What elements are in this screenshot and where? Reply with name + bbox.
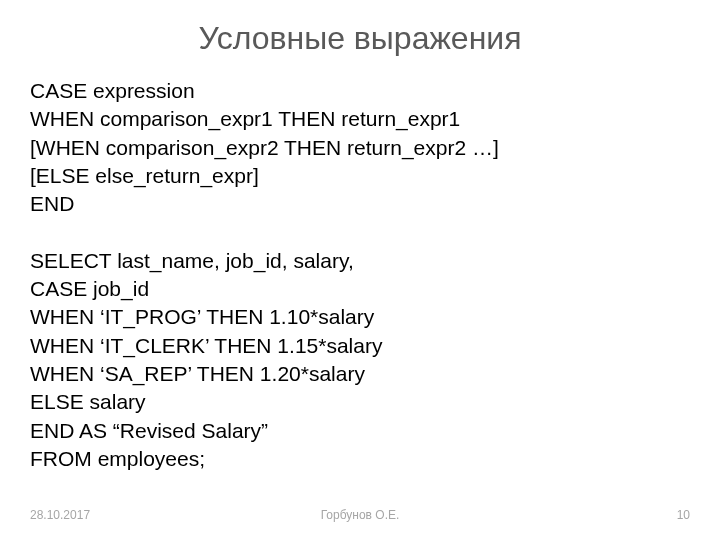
- example-line: WHEN ‘SA_REP’ THEN 1.20*salary: [30, 360, 690, 388]
- slide-footer: 28.10.2017 Горбунов О.Е. 10: [30, 508, 690, 522]
- footer-page-number: 10: [470, 508, 690, 522]
- slide-content: CASE expression WHEN comparison_expr1 TH…: [30, 77, 690, 473]
- footer-author: Горбунов О.Е.: [250, 508, 470, 522]
- syntax-line: END: [30, 190, 690, 218]
- example-line: SELECT last_name, job_id, salary,: [30, 247, 690, 275]
- example-line: FROM employees;: [30, 445, 690, 473]
- footer-date: 28.10.2017: [30, 508, 250, 522]
- syntax-line: [ELSE else_return_expr]: [30, 162, 690, 190]
- slide-title: Условные выражения: [30, 20, 690, 57]
- syntax-line: [WHEN comparison_expr2 THEN return_expr2…: [30, 134, 690, 162]
- syntax-line: WHEN comparison_expr1 THEN return_expr1: [30, 105, 690, 133]
- example-line: END AS “Revised Salary”: [30, 417, 690, 445]
- example-line: WHEN ‘IT_CLERK’ THEN 1.15*salary: [30, 332, 690, 360]
- example-line: CASE job_id: [30, 275, 690, 303]
- syntax-line: CASE expression: [30, 77, 690, 105]
- example-line: ELSE salary: [30, 388, 690, 416]
- example-line: WHEN ‘IT_PROG’ THEN 1.10*salary: [30, 303, 690, 331]
